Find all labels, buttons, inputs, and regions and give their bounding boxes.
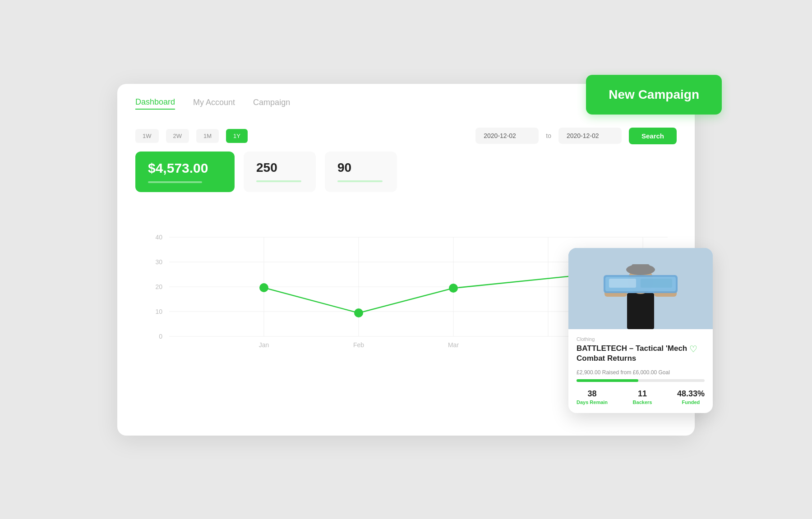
- tab-dashboard[interactable]: Dashboard: [135, 97, 175, 110]
- tab-my-account[interactable]: My Account: [193, 98, 235, 109]
- chart-point-jan: [259, 283, 268, 292]
- x-label-jan: Jan: [259, 341, 269, 349]
- cstat-label-days: Days Remain: [577, 400, 608, 405]
- chart-area: 0 10 20 30 40: [135, 206, 677, 350]
- period-1w[interactable]: 1W: [135, 129, 159, 143]
- main-card: New Campaign Dashboard My Account Campai…: [117, 84, 695, 436]
- svg-rect-19: [609, 279, 636, 288]
- cstat-label-funded: Funded: [677, 400, 705, 405]
- y-label-40: 40: [155, 234, 162, 241]
- y-label-20: 20: [155, 283, 162, 290]
- cstat-days: 38 Days Remain: [577, 389, 608, 405]
- y-label-30: 30: [155, 258, 162, 266]
- stat-bar-primary: [148, 181, 202, 183]
- period-1m[interactable]: 1M: [196, 129, 219, 143]
- stat-value-90: 90: [337, 161, 384, 175]
- controls-row: 1W 2W 1M 1Y to Search: [135, 128, 677, 144]
- nav-tabs: Dashboard My Account Campaign: [135, 97, 290, 110]
- campaign-image: [568, 248, 713, 329]
- cstat-value-backers: 11: [633, 389, 652, 399]
- svg-rect-11: [627, 293, 654, 329]
- stat-bar-250: [256, 180, 301, 182]
- campaign-title: BATTLETECH – Tactical 'Mech Combat Retur…: [577, 344, 705, 363]
- stat-card-90: 90: [325, 152, 397, 192]
- campaign-card: Clothing ♡ BATTLETECH – Tactical 'Mech C…: [568, 248, 713, 413]
- heart-icon[interactable]: ♡: [689, 344, 697, 354]
- x-label-feb: Feb: [353, 341, 364, 349]
- stat-bar-90: [337, 180, 383, 182]
- campaign-body: Clothing ♡ BATTLETECH – Tactical 'Mech C…: [568, 329, 713, 413]
- cstat-funded: 48.33% Funded: [677, 389, 705, 405]
- tab-campaign[interactable]: Campaign: [253, 98, 290, 109]
- cstat-value-days: 38: [577, 389, 608, 399]
- stat-value-250: 250: [256, 161, 303, 175]
- cstat-label-backers: Backers: [633, 400, 652, 405]
- stats-row: $4,573.00 250 90: [135, 152, 677, 192]
- new-campaign-button[interactable]: New Campaign: [586, 75, 722, 115]
- campaign-stats: 38 Days Remain 11 Backers 48.33% Funded: [577, 389, 705, 405]
- cstat-backers: 11 Backers: [633, 389, 652, 405]
- stat-card-250: 250: [244, 152, 316, 192]
- to-label: to: [546, 132, 551, 139]
- page-container: New Campaign Dashboard My Account Campai…: [0, 0, 812, 519]
- search-button[interactable]: Search: [629, 128, 677, 144]
- y-label-10: 10: [155, 308, 162, 315]
- svg-rect-16: [632, 264, 650, 271]
- campaign-category: Clothing: [577, 336, 705, 342]
- progress-bar-fill: [577, 379, 638, 382]
- stat-card-primary: $4,573.00: [135, 152, 235, 192]
- cstat-value-funded: 48.33%: [677, 389, 705, 399]
- period-1y[interactable]: 1Y: [226, 129, 248, 143]
- campaign-raised: £2,900.00 Raised from £6,000.00 Goal: [577, 369, 705, 376]
- y-label-0: 0: [159, 333, 162, 340]
- svg-rect-20: [641, 279, 672, 288]
- period-2w[interactable]: 2W: [166, 129, 189, 143]
- date-to-input[interactable]: [558, 128, 622, 144]
- progress-bar-bg: [577, 379, 705, 382]
- campaign-image-svg: [568, 248, 713, 329]
- date-from-input[interactable]: [475, 128, 539, 144]
- stat-value-primary: $4,573.00: [148, 161, 222, 176]
- chart-point-mar: [449, 284, 458, 293]
- chart-point-feb: [354, 308, 363, 317]
- x-label-mar: Mar: [448, 341, 459, 349]
